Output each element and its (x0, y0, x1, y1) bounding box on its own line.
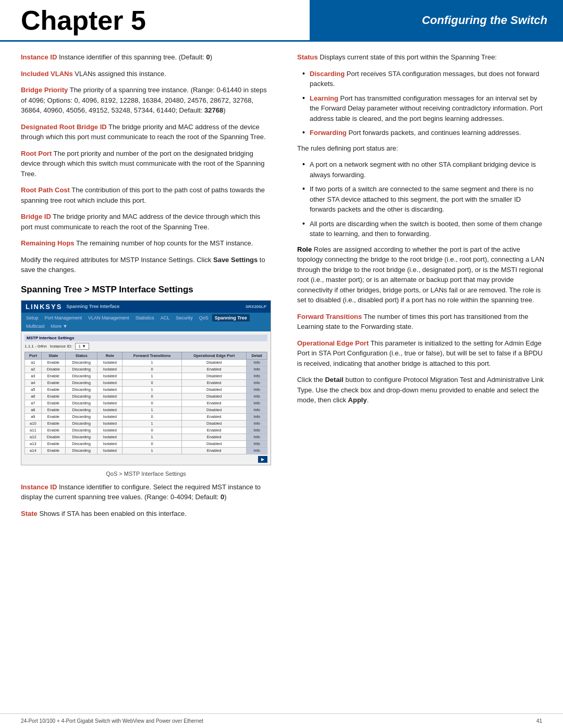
table-row: a10EnableDiscardingIsolated1DisabledInfo (25, 420, 267, 427)
table-cell[interactable]: Info (247, 386, 267, 393)
footer-right: 41 (536, 718, 542, 724)
table-cell: Isolated (97, 420, 123, 427)
nav-security[interactable]: Security (173, 314, 195, 322)
table-cell: Enabled (181, 427, 246, 434)
table-row: a6EnableDiscardingIsolated0DisabledInfo (25, 393, 267, 400)
rules-bullets: A port on a network segment with no othe… (297, 159, 547, 239)
table-cell[interactable]: Info (247, 366, 267, 373)
table-cell: Isolated (97, 434, 123, 440)
status-section: Status Displays current state of this po… (297, 52, 547, 63)
table-cell[interactable]: Info (247, 400, 267, 406)
table-cell: Discarding (65, 393, 97, 400)
term-operational-edge: Operational Edge Port (297, 339, 369, 347)
nav-more[interactable]: More ▼ (48, 323, 70, 330)
table-cell: Discarding (65, 413, 97, 420)
table-cell: 0 (123, 379, 182, 386)
nav-vlan[interactable]: VLAN Management (85, 314, 132, 322)
nav-qos[interactable]: QoS (197, 314, 211, 322)
screenshot-box: LINKSYS Spanning Tree Interface SRX200LP… (21, 300, 271, 465)
table-cell: Discarding (65, 386, 97, 393)
table-cell: Isolated (97, 406, 123, 413)
table-cell: 0 (123, 427, 182, 434)
table-row: a14EnableDiscardingIsolated1EnabledInfo (25, 447, 267, 454)
table-cell: Enabled (181, 447, 246, 454)
chapter-label: Chapter 5 (21, 7, 146, 34)
term-learning: Learning (310, 94, 338, 102)
instance-label: 1.1.1 - 04hn (25, 344, 47, 349)
screenshot-header: LINKSYS Spanning Tree Interface SRX200LP (21, 301, 271, 313)
table-cell: 1 (123, 359, 182, 366)
table-cell[interactable]: Info (247, 440, 267, 447)
table-cell: Enabled (181, 400, 246, 406)
table-cell: 0 (123, 400, 182, 406)
nav-multicast[interactable]: Multicast (23, 323, 47, 330)
table-cell[interactable]: Info (247, 359, 267, 366)
table-cell: Discarding (65, 420, 97, 427)
table-cell: 1 (123, 434, 182, 440)
table-cell[interactable]: Info (247, 413, 267, 420)
nav-setup[interactable]: Setup (23, 314, 41, 322)
term-bridge-id: Bridge ID (21, 213, 51, 220)
included-vlans-text: VLANs assigned this instance. (75, 70, 166, 78)
table-cell: Enable (41, 427, 65, 434)
table-row: a13EnableDiscardingIsolated0DisabledInfo (25, 440, 267, 447)
instance-id-dropdown[interactable]: 1 ▼ (75, 343, 89, 350)
table-cell: a5 (25, 386, 42, 393)
table-cell: 1 (123, 373, 182, 379)
table-cell: Isolated (97, 359, 123, 366)
nav-stats[interactable]: Statistics (133, 314, 157, 322)
table-cell[interactable]: Info (247, 447, 267, 454)
table-cell[interactable]: Info (247, 379, 267, 386)
forward-transitions-section: Forward Transitions The number of times … (297, 312, 547, 332)
table-cell: Discarding (65, 366, 97, 373)
root-port-text: The port priority and number of the port… (21, 150, 265, 178)
screenshot-logo: LINKSYS (26, 303, 62, 311)
bridge-id-text: The bridge priority and MAC address of t… (21, 213, 260, 231)
table-cell[interactable]: Info (247, 373, 267, 379)
bullet-forwarding: Forwarding Port forwards packets, and co… (302, 128, 547, 138)
table-cell: Enable (41, 406, 65, 413)
term-remaining-hops: Remaining Hops (21, 239, 75, 247)
table-cell[interactable]: Info (247, 406, 267, 413)
designated-root-bridge-section: Designated Root Bridge ID The bridge pri… (21, 122, 271, 142)
status-text: Displays current state of this port with… (320, 53, 497, 61)
nav-acl[interactable]: ACL (158, 314, 173, 322)
table-cell[interactable]: Info (247, 434, 267, 440)
table-cell: Isolated (97, 440, 123, 447)
instance-id-text: Instance identifier of this spanning tre… (59, 53, 212, 61)
table-cell[interactable]: Info (247, 420, 267, 427)
root-path-cost-section: Root Path Cost The contribution of this … (21, 185, 271, 205)
table-row: a2DisableDiscardingIsolated0EnabledInfo (25, 366, 267, 373)
nav-port[interactable]: Port Management (42, 314, 85, 322)
table-cell: Disabled (181, 393, 246, 400)
table-cell[interactable]: Info (247, 427, 267, 434)
table-cell: 1 (123, 447, 182, 454)
main-content: Instance ID Instance identifier of this … (0, 42, 563, 540)
table-cell: 0 (123, 366, 182, 373)
table-cell: Isolated (97, 400, 123, 406)
table-cell: Enable (41, 359, 65, 366)
table-cell: Disabled (181, 420, 246, 427)
col-forward: Forward Transitions (123, 352, 182, 359)
table-cell: Discarding (65, 447, 97, 454)
col-port: Port (25, 352, 42, 359)
table-cell: Discarding (65, 406, 97, 413)
discarding-text: Port receives STA configuration messages… (310, 70, 540, 88)
table-cell: Enable (41, 386, 65, 393)
table-cell: Isolated (97, 393, 123, 400)
table-cell[interactable]: Info (247, 393, 267, 400)
table-cell: a10 (25, 420, 42, 427)
instance-id-bottom-section: Instance ID Instance identifier to confi… (21, 482, 271, 502)
table-cell: Disabled (181, 359, 246, 366)
table-cell: Isolated (97, 386, 123, 393)
chapter-label-section: Chapter 5 (0, 0, 310, 40)
table-cell: Enable (41, 447, 65, 454)
col-detail: Detail (247, 352, 267, 359)
table-cell: a2 (25, 366, 42, 373)
nav-button[interactable]: ▶ (258, 456, 267, 463)
table-cell: Disabled (181, 440, 246, 447)
screenshot-caption: QoS > MSTP Interface Settings (21, 471, 271, 477)
table-cell: a14 (25, 447, 42, 454)
table-cell: a12 (25, 434, 42, 440)
nav-spanning-tree[interactable]: Spanning Tree (212, 314, 250, 322)
